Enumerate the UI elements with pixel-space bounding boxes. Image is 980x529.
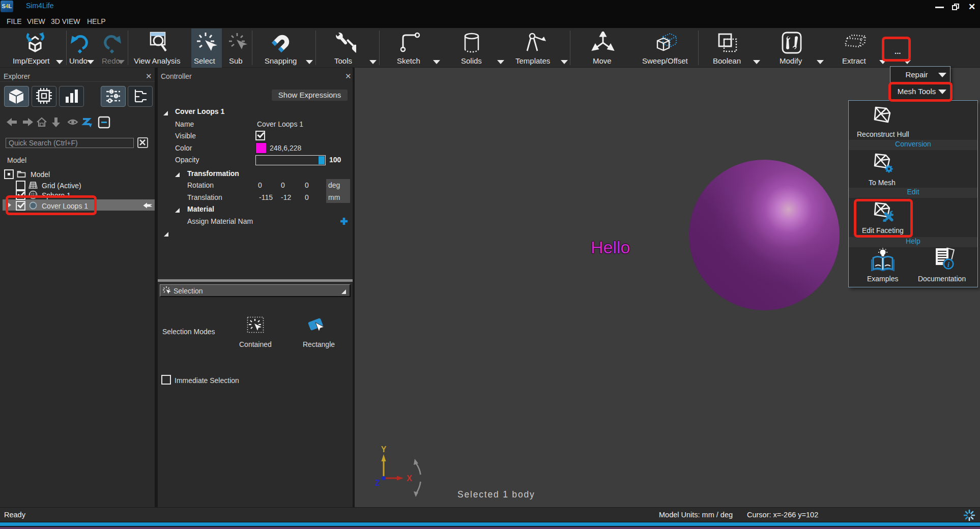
- svg-text:Z: Z: [375, 479, 380, 487]
- svg-text:X: X: [407, 474, 412, 483]
- svg-text:Y: Y: [381, 445, 387, 454]
